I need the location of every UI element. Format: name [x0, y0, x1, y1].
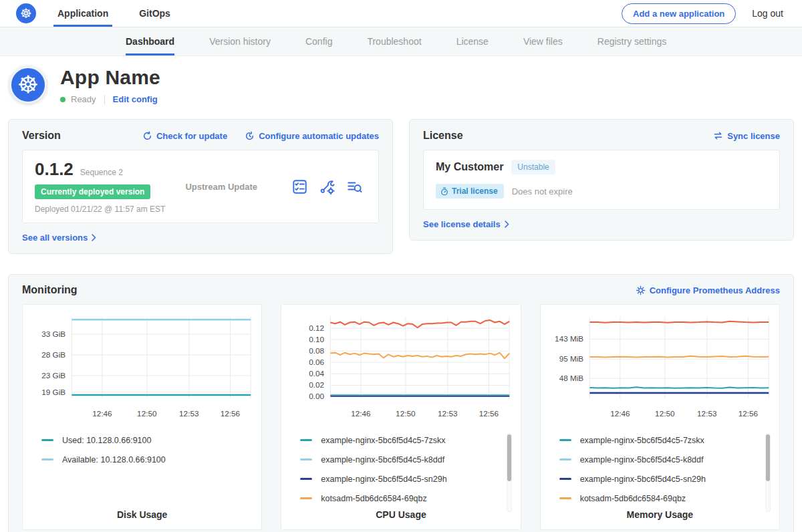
channel-badge: Unstable	[511, 160, 555, 174]
chart-legend: example-nginx-5bc6f5d4c5-7zskxexample-ng…	[288, 424, 513, 503]
deployed-timestamp: Deployed 01/21/22 @ 11:57 am EST	[35, 205, 185, 214]
svg-text:0.12: 0.12	[309, 323, 325, 332]
chart-legend: example-nginx-5bc6f5d4c5-7zskxexample-ng…	[547, 424, 773, 503]
legend-color-dash-icon	[41, 458, 53, 460]
top-nav-tabs: Application GitOps	[57, 0, 201, 27]
tab-registry-settings[interactable]: Registry settings	[597, 27, 666, 55]
legend-label: example-nginx-5bc6f5d4c5-7zskx	[321, 436, 445, 445]
nav-tab-gitops[interactable]: GitOps	[139, 0, 170, 27]
svg-text:12:50: 12:50	[396, 409, 415, 418]
tab-config[interactable]: Config	[305, 27, 332, 55]
configure-automatic-updates-link[interactable]: Configure automatic updates	[245, 131, 379, 141]
chart-plot: 19 GiB23 GiB28 GiB33 GiB12:4612:5012:531…	[29, 310, 255, 424]
legend-color-dash-icon	[41, 439, 53, 441]
chevron-right-icon	[92, 234, 96, 241]
version-card-title: Version	[22, 130, 61, 142]
config-wrench-icon[interactable]	[319, 179, 335, 194]
tab-license[interactable]: License	[456, 27, 489, 55]
legend-item: example-nginx-5bc6f5d4c5-7zskx	[559, 430, 773, 450]
legend-item: Used: 10.128.0.66:9100	[41, 430, 255, 450]
status-badge: Ready	[71, 94, 96, 104]
legend-label: example-nginx-5bc6f5d4c5-k8ddf	[321, 455, 444, 464]
legend-label: Available: 10.128.0.66:9100	[62, 455, 166, 464]
trial-license-badge: Trial license	[436, 184, 504, 198]
view-logs-icon[interactable]	[347, 179, 362, 194]
stopwatch-icon	[440, 187, 448, 196]
scrollbar-thumb[interactable]	[507, 434, 511, 481]
svg-text:12:53: 12:53	[697, 409, 716, 418]
svg-text:12:56: 12:56	[479, 409, 499, 418]
legend-label: example-nginx-5bc6f5d4c5-sn29h	[321, 475, 446, 484]
tab-dashboard-label: Dashboard	[126, 36, 174, 47]
logout-button[interactable]: Log out	[752, 8, 783, 19]
see-license-details-label: See license details	[423, 219, 501, 229]
scrollbar-thumb[interactable]	[766, 434, 770, 481]
kubernetes-logo-icon: ☸	[16, 3, 36, 23]
app-sub-nav: Dashboard Version history Config Trouble…	[0, 27, 802, 56]
svg-text:143 MiB: 143 MiB	[555, 335, 583, 344]
edit-config-link[interactable]: Edit config	[113, 94, 158, 104]
see-license-details-link[interactable]: See license details	[423, 219, 509, 229]
legend-color-dash-icon	[559, 478, 571, 480]
license-card-title: License	[423, 130, 463, 142]
add-application-button[interactable]: Add a new application	[622, 3, 736, 24]
chevron-right-icon	[505, 221, 509, 228]
svg-text:12:46: 12:46	[352, 409, 371, 418]
svg-text:12:56: 12:56	[221, 409, 240, 418]
preflight-checklist-icon[interactable]	[292, 179, 307, 194]
legend-scrollbar[interactable]	[765, 433, 771, 512]
svg-text:48 MiB: 48 MiB	[559, 374, 583, 382]
ready-status-dot-icon	[60, 97, 65, 102]
page-title: App Name	[60, 66, 160, 89]
see-all-versions-link[interactable]: See all versions	[22, 233, 96, 243]
chart-plot: 0.000.020.040.060.080.100.1212:4612:5012…	[288, 310, 513, 424]
check-for-update-label: Check for update	[156, 131, 227, 141]
legend-label: example-nginx-5bc6f5d4c5-sn29h	[580, 475, 706, 484]
version-number: 0.1.2	[35, 159, 74, 180]
tab-config-label: Config	[305, 36, 332, 47]
svg-text:12:56: 12:56	[738, 409, 757, 418]
legend-label: kotsadm-5db6dc6584-69qbz	[580, 494, 686, 503]
tab-registry-settings-label: Registry settings	[597, 36, 666, 47]
check-for-update-link[interactable]: Check for update	[142, 131, 227, 141]
configure-prometheus-link[interactable]: Configure Prometheus Address	[636, 285, 780, 295]
charts-row: 19 GiB23 GiB28 GiB33 GiB12:4612:5012:531…	[22, 304, 780, 530]
license-details-card: My Customer Unstable Trial license Does …	[423, 150, 780, 210]
tab-version-history[interactable]: Version history	[209, 27, 271, 55]
legend-label: Used: 10.128.0.66:9100	[62, 436, 151, 445]
tab-view-files[interactable]: View files	[523, 27, 563, 55]
svg-text:0.08: 0.08	[309, 346, 325, 355]
svg-text:12:46: 12:46	[92, 409, 112, 418]
tab-version-history-label: Version history	[209, 36, 271, 47]
svg-text:0.00: 0.00	[309, 392, 325, 401]
current-version-card: 0.1.2 Sequence 2 Currently deployed vers…	[22, 150, 379, 223]
app-kubernetes-icon: ☸	[9, 66, 47, 104]
nav-tab-application[interactable]: Application	[57, 0, 108, 27]
svg-text:12:46: 12:46	[610, 409, 630, 418]
monitoring-section: Monitoring Configure Prometheus Address …	[8, 274, 794, 532]
legend-color-dash-icon	[300, 439, 312, 441]
svg-text:95 MiB: 95 MiB	[559, 354, 583, 363]
tab-view-files-label: View files	[523, 36, 563, 47]
tab-dashboard[interactable]: Dashboard	[126, 27, 174, 55]
svg-text:12:53: 12:53	[438, 409, 457, 418]
legend-item: example-nginx-5bc6f5d4c5-7zskx	[300, 430, 513, 450]
app-header: ☸ App Name Ready Edit config	[0, 56, 802, 114]
license-card: License Sync license My Customer Unstabl…	[409, 119, 794, 241]
tab-troubleshoot[interactable]: Troubleshoot	[367, 27, 421, 55]
svg-text:12:50: 12:50	[655, 409, 674, 418]
svg-text:0.04: 0.04	[309, 369, 325, 378]
configure-prometheus-label: Configure Prometheus Address	[650, 285, 780, 295]
legend-color-dash-icon	[559, 458, 571, 460]
legend-scrollbar[interactable]	[507, 433, 512, 512]
nav-tab-application-label: Application	[57, 8, 108, 19]
trial-license-label: Trial license	[452, 186, 498, 196]
legend-item: example-nginx-5bc6f5d4c5-sn29h	[559, 469, 773, 489]
chart-legend: Used: 10.128.0.66:9100Available: 10.128.…	[29, 424, 255, 503]
legend-color-dash-icon	[300, 458, 312, 460]
sync-license-link[interactable]: Sync license	[713, 131, 780, 141]
svg-text:23 GiB: 23 GiB	[41, 371, 65, 380]
clock-refresh-icon	[245, 131, 255, 141]
legend-item: example-nginx-5bc6f5d4c5-k8ddf	[300, 450, 513, 469]
tab-troubleshoot-label: Troubleshoot	[367, 36, 421, 47]
